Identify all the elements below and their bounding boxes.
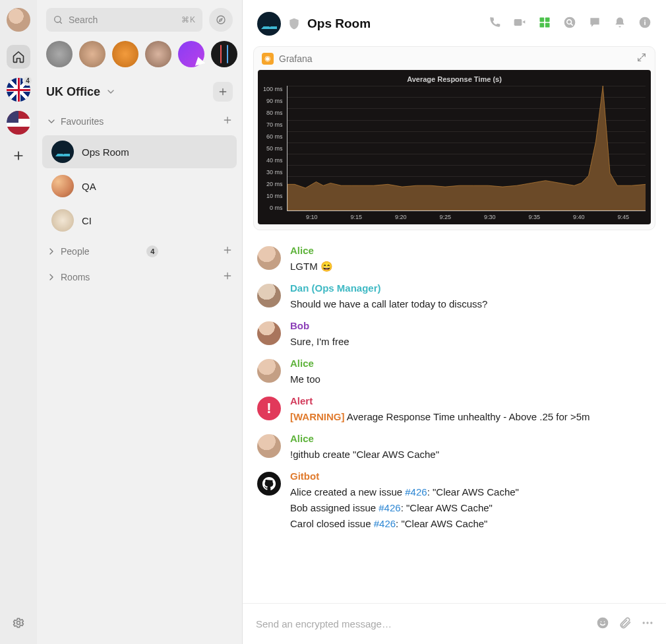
compass-icon: [216, 15, 226, 25]
chart-plot: [287, 86, 646, 211]
room-title: Ops Room: [307, 16, 371, 31]
avatar[interactable]: [257, 321, 281, 345]
notifications-button[interactable]: [613, 16, 626, 32]
threads-button[interactable]: [588, 16, 601, 32]
avatar[interactable]: !: [257, 397, 281, 420]
section-label: Favourites: [61, 116, 104, 127]
voice-call-button[interactable]: [488, 16, 501, 32]
room-item[interactable]: Ops Room: [42, 135, 237, 168]
space-header[interactable]: UK Office: [37, 78, 242, 108]
message-text: Sure, I'm free: [290, 334, 651, 350]
message-text: Carol closed issue #426: "Clear AWS Cach…: [290, 516, 651, 532]
recent-avatar[interactable]: [145, 41, 171, 67]
video-call-button[interactable]: [513, 16, 526, 32]
chevron-down-icon: [106, 86, 116, 97]
apps-icon: [538, 16, 551, 29]
section-label: People: [61, 246, 90, 257]
search-icon: [53, 15, 63, 25]
message-text: Should we have a call later today to dis…: [290, 296, 651, 312]
message-sender: Alert: [290, 395, 651, 406]
recent-avatar[interactable]: [178, 41, 204, 67]
issue-link[interactable]: #426: [405, 486, 427, 498]
room-name: CI: [82, 215, 92, 226]
issue-link[interactable]: #426: [378, 502, 400, 513]
svg-point-12: [601, 621, 602, 622]
room-header: Ops Room: [243, 0, 666, 44]
section-people[interactable]: People 4: [37, 238, 242, 264]
space-uk[interactable]: 4: [7, 78, 30, 111]
search-input[interactable]: Search ⌘K: [46, 8, 202, 32]
message-list: AliceLGTM 😄Dan (Ops Manager)Should we ha…: [243, 237, 666, 603]
emoji-button[interactable]: [596, 616, 609, 632]
room-info-button[interactable]: [638, 16, 651, 32]
chevron-right-icon: [46, 246, 57, 257]
message: !Alert[WARNING] Average Response Time un…: [257, 391, 651, 429]
grafana-widget: ◉ Grafana Average Response Time (s) 100 …: [253, 46, 655, 230]
apps-button[interactable]: [538, 16, 551, 32]
home-button[interactable]: [7, 45, 30, 69]
message: BobSure, I'm free: [257, 316, 651, 354]
space-add-button[interactable]: [213, 82, 233, 102]
section-add-button[interactable]: [222, 271, 233, 283]
message-sender: Gitbot: [290, 470, 651, 482]
chart-title: Average Response Time (s): [263, 74, 646, 86]
room-name: QA: [82, 181, 96, 192]
message-text: Me too: [290, 371, 651, 387]
avatar[interactable]: [257, 246, 281, 270]
favourites-list: Ops RoomQACI: [37, 134, 242, 238]
more-button[interactable]: [641, 616, 654, 632]
expand-icon: [636, 52, 647, 63]
recent-avatar[interactable]: [46, 41, 73, 67]
svg-point-14: [643, 622, 645, 624]
avatar[interactable]: [257, 472, 281, 496]
svg-point-13: [604, 621, 605, 622]
explore-button[interactable]: [209, 8, 233, 32]
svg-rect-4: [540, 18, 545, 22]
message-input[interactable]: [255, 610, 587, 637]
phone-icon: [488, 16, 501, 29]
message: GitbotAlice created a new issue #426: "C…: [257, 467, 651, 536]
message-text: Alice created a new issue #426: "Clear A…: [290, 484, 651, 500]
recent-avatar[interactable]: [112, 41, 138, 67]
section-add-button[interactable]: [222, 115, 233, 127]
composer: [243, 603, 666, 644]
issue-link[interactable]: #426: [374, 518, 396, 529]
video-icon: [513, 16, 526, 29]
avatar[interactable]: [257, 284, 281, 307]
room-avatar[interactable]: [257, 12, 281, 36]
widget-expand-button[interactable]: [636, 52, 647, 65]
message-sender: Alice: [290, 245, 651, 256]
chart-y-labels: 100 ms90 ms80 ms70 ms60 ms50 ms40 ms30 m…: [263, 86, 287, 211]
svg-rect-3: [514, 19, 522, 26]
message-text: [WARNING] Average Response Time unhealth…: [290, 409, 651, 425]
shield-icon: [288, 17, 301, 30]
message: AliceMe too: [257, 354, 651, 391]
self-avatar[interactable]: [7, 8, 30, 32]
settings-button[interactable]: [7, 611, 30, 635]
room-search-button[interactable]: [563, 16, 576, 32]
message: Alice!github create "Clear AWS Cache": [257, 429, 651, 467]
plus-icon: [222, 245, 233, 255]
message: AliceLGTM 😄: [257, 241, 651, 278]
svg-point-15: [646, 622, 648, 624]
section-rooms[interactable]: Rooms: [37, 264, 242, 290]
recent-avatar[interactable]: [211, 41, 237, 67]
search-placeholder: Search: [69, 15, 98, 25]
chart: Average Response Time (s) 100 ms90 ms80 …: [258, 70, 651, 224]
section-favourites[interactable]: Favourites: [37, 108, 242, 134]
room-item[interactable]: QA: [42, 170, 237, 203]
section-add-button[interactable]: [222, 245, 233, 257]
info-icon: [638, 16, 651, 29]
attach-button[interactable]: [619, 616, 632, 632]
space-us[interactable]: [7, 111, 30, 135]
create-space-button[interactable]: [7, 144, 30, 168]
recent-avatar[interactable]: [79, 41, 106, 67]
avatar[interactable]: [257, 434, 281, 458]
svg-rect-5: [545, 18, 550, 22]
message-sender: Bob: [290, 320, 651, 331]
room-avatar: [51, 175, 74, 197]
room-item[interactable]: CI: [42, 204, 237, 237]
message-sender: Alice: [290, 358, 651, 369]
paperclip-icon: [619, 616, 632, 629]
avatar[interactable]: [257, 359, 281, 383]
